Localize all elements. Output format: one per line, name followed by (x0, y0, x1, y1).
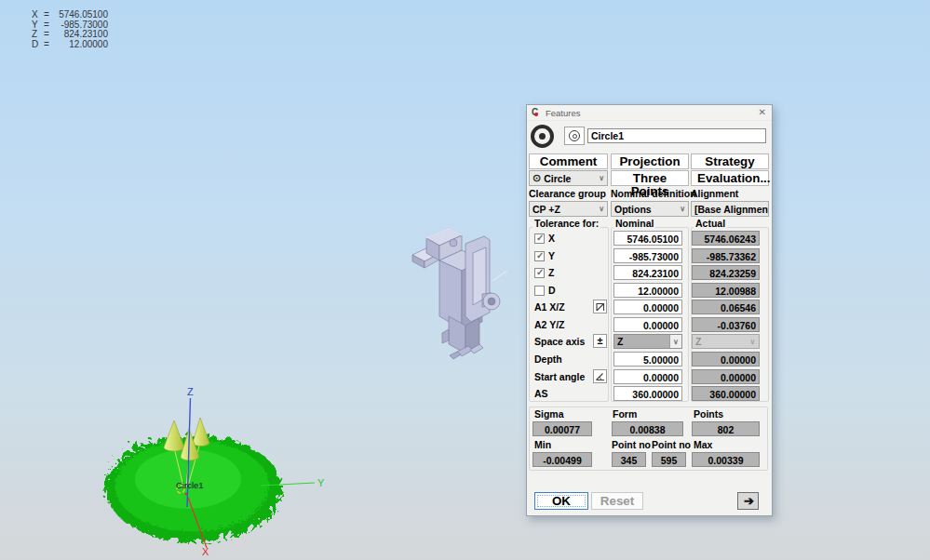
clearance-group-select[interactable]: CP +Z ∨ (529, 201, 608, 217)
form-label: Form (613, 408, 637, 420)
actual-x-field: 5746.06243 (692, 231, 760, 246)
sigma-value: 0.00077 (532, 421, 592, 436)
checkbox-z[interactable]: ✓ (534, 268, 545, 278)
nominal-start-angle-field[interactable]: 0.00000 (613, 369, 682, 384)
row-label-x: ✓X (534, 231, 592, 246)
ok-button[interactable]: OK (534, 492, 588, 510)
nominal-a1-field[interactable]: 0.00000 (613, 300, 682, 314)
logo-red-dot (534, 113, 538, 116)
dialog-title: Features (546, 108, 581, 118)
point-no-max-label: Point no (652, 439, 691, 450)
row-label-a1: A1 X/Z (534, 300, 592, 314)
row-label-start-angle: Start angle (534, 369, 592, 384)
readout-line-d: D=12.00000 (32, 40, 108, 50)
sigma-label: Sigma (534, 408, 564, 420)
row-label-as: AS (534, 386, 592, 401)
alignment-label: Alignment (691, 188, 769, 199)
form-value: 0.00838 (612, 421, 683, 436)
actual-depth-field: 0.00000 (692, 352, 760, 367)
row-label-z: ✓Z (534, 265, 592, 280)
actual-y-field: -985.73362 (692, 248, 760, 263)
circle-dot-icon: ⊙ (532, 172, 541, 184)
row-label-d: D (534, 283, 592, 298)
concentric-circles-icon (569, 130, 580, 141)
nominal-x-field[interactable]: 5746.05100 (613, 231, 682, 246)
feature-label: Circle1 (176, 480, 204, 490)
dialog-title-bar[interactable]: C Features ✕ (527, 105, 772, 121)
points-label: Points (694, 408, 723, 420)
row-label-space-axis: Space axis (534, 334, 592, 349)
plus-minus-icon: ± (597, 335, 602, 346)
chevron-down-icon: ∨ (677, 205, 688, 213)
row-label-depth: Depth (534, 352, 592, 367)
actual-start-angle-field: 0.00000 (692, 369, 760, 384)
viewport-3d[interactable]: Z Y X Circle1 (74, 358, 354, 560)
actual-as-field: 360.00000 (692, 386, 760, 401)
space-axis-actual-select: Z ∨ (692, 334, 760, 349)
chevron-down-icon: ∨ (669, 335, 681, 348)
next-button[interactable]: ➔ (737, 492, 759, 510)
point-no-min-label: Point no (612, 439, 651, 450)
nominal-d-field[interactable]: 12.00000 (613, 283, 682, 298)
circle-feature-icon (531, 125, 554, 148)
nominal-z-field[interactable]: 824.23100 (613, 265, 682, 280)
z-axis-label: Z (187, 386, 194, 397)
checkbox-x[interactable]: ✓ (534, 233, 545, 244)
y-axis-label: Y (317, 477, 325, 488)
chevron-down-icon: ∨ (596, 205, 607, 213)
points-value: 802 (692, 421, 760, 436)
nominal-definition-label: Nominal definition (611, 188, 689, 199)
feature-name-field[interactable]: Circle1 (587, 128, 766, 143)
point-no-max-value: 595 (652, 452, 686, 467)
flip-square-icon (594, 300, 606, 313)
checkbox-d[interactable] (534, 286, 545, 296)
max-value: 0.00339 (692, 452, 760, 467)
x-axis-label: X (202, 546, 209, 557)
nominal-a2-field[interactable]: 0.00000 (613, 317, 682, 332)
evaluation-button[interactable]: Evaluation... (691, 170, 769, 186)
row-label-a2: A2 Y/Z (534, 317, 592, 332)
strategy-button[interactable]: Strategy (691, 153, 769, 169)
point-no-min-value: 345 (612, 452, 646, 467)
a1-projection-toggle-button[interactable] (593, 300, 607, 313)
alignment-select[interactable]: [Base Alignment] ∨ (691, 201, 769, 217)
nominal-definition-select[interactable]: Options ∨ (611, 201, 689, 217)
nominal-as-field[interactable]: 360.00000 (613, 386, 682, 401)
comment-button[interactable]: Comment (529, 153, 608, 169)
chevron-down-icon: ∨ (747, 335, 759, 348)
tolerance-legend: Tolerance for: (532, 218, 600, 229)
readout-line-z: Z=824.23100 (32, 30, 108, 40)
min-value: -0.00499 (532, 452, 592, 467)
actual-a1-field: 0.06546 (692, 300, 760, 314)
projection-button[interactable]: Projection (611, 153, 689, 169)
plus-minus-button[interactable]: ± (593, 334, 607, 348)
row-label-y: ✓Y (534, 248, 592, 263)
close-icon[interactable]: ✕ (759, 107, 766, 117)
angle-icon (594, 370, 606, 382)
coordinate-readout: X=5746.05100 Y=-985.73000 Z=824.23100 D=… (32, 10, 108, 49)
arrow-right-icon: ➔ (744, 494, 754, 508)
actual-d-field: 12.00988 (692, 283, 760, 298)
reset-button[interactable]: Reset (591, 492, 643, 510)
feature-type-select[interactable]: ⊙ Circle ∨ (529, 170, 608, 186)
min-label: Min (534, 439, 551, 450)
three-points-button[interactable]: Three Points (611, 170, 689, 186)
chevron-down-icon: ∨ (596, 174, 607, 182)
clearance-group-label: Clearance group (529, 188, 608, 199)
actual-z-field: 824.23259 (692, 265, 760, 280)
checkbox-y[interactable]: ✓ (534, 251, 545, 261)
start-angle-button[interactable] (593, 369, 607, 383)
space-axis-nominal-select[interactable]: Z ∨ (613, 334, 682, 349)
nominal-legend: Nominal (613, 218, 655, 229)
actual-legend: Actual (694, 218, 727, 229)
feature-symbol-button[interactable] (564, 127, 585, 145)
nominal-y-field[interactable]: -985.73000 (613, 248, 682, 263)
max-label: Max (694, 439, 712, 450)
nominal-depth-field[interactable]: 5.00000 (613, 352, 682, 367)
actual-a2-field: -0.03760 (692, 317, 760, 332)
features-dialog: C Features ✕ Circle1 Comment Projection … (526, 104, 773, 516)
cad-model[interactable] (396, 212, 531, 375)
readout-line-x: X=5746.05100 (32, 10, 108, 20)
